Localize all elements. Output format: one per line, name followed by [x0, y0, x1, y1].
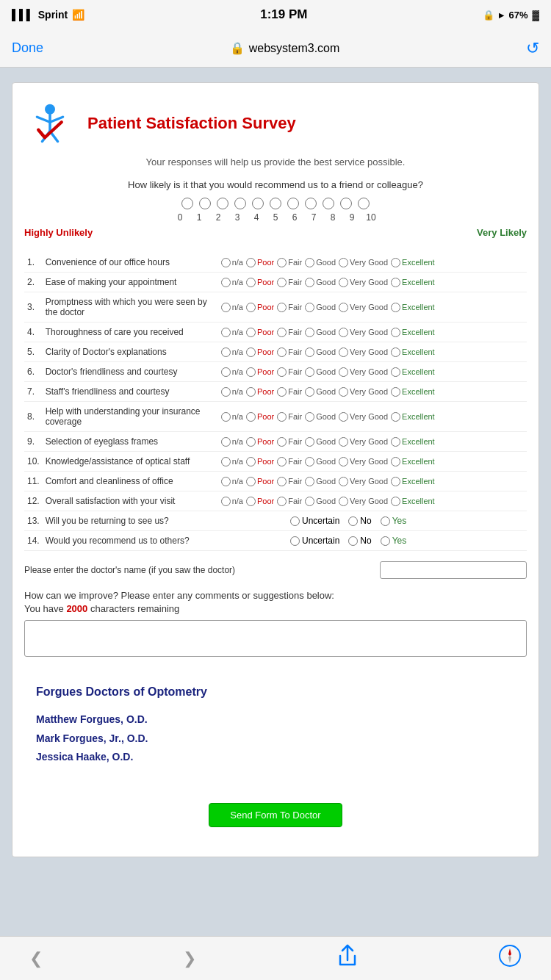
q-verygood-label[interactable]: Very Good — [339, 497, 388, 506]
back-button[interactable]: ❮ — [29, 949, 43, 968]
q-fair-label[interactable]: Fair — [277, 278, 302, 287]
q13-no-radio[interactable] — [348, 516, 358, 526]
q-good-radio[interactable] — [305, 497, 314, 506]
q-good-radio[interactable] — [305, 367, 314, 377]
q-na-radio[interactable] — [221, 412, 231, 422]
q-good-radio[interactable] — [305, 328, 314, 337]
q-poor-label[interactable]: Poor — [246, 412, 274, 422]
q-fair-radio[interactable] — [277, 303, 287, 312]
q13-no[interactable]: No — [348, 516, 371, 526]
q-excellent-radio[interactable] — [391, 278, 400, 287]
q-verygood-radio[interactable] — [339, 387, 348, 397]
q-poor-label[interactable]: Poor — [246, 457, 274, 466]
q-poor-label[interactable]: Poor — [246, 387, 274, 397]
scale-radio-4[interactable] — [252, 198, 264, 209]
q-na-label[interactable]: n/a — [221, 278, 243, 287]
q-good-radio[interactable] — [305, 412, 314, 422]
q-good-radio[interactable] — [305, 457, 314, 466]
q-excellent-label[interactable]: Excellent — [391, 387, 435, 397]
q-fair-label[interactable]: Fair — [277, 497, 302, 506]
q-verygood-radio[interactable] — [339, 477, 348, 486]
scale-radio-3[interactable] — [234, 198, 246, 209]
q-good-label[interactable]: Good — [305, 437, 336, 447]
share-button[interactable] — [337, 944, 358, 973]
q-verygood-label[interactable]: Very Good — [339, 258, 388, 267]
q-excellent-label[interactable]: Excellent — [391, 437, 435, 447]
q-good-radio[interactable] — [305, 437, 314, 447]
q-poor-label[interactable]: Poor — [246, 477, 274, 486]
q-poor-label[interactable]: Poor — [246, 328, 274, 337]
q-verygood-radio[interactable] — [339, 367, 348, 377]
q-na-radio[interactable] — [221, 477, 231, 486]
q-excellent-label[interactable]: Excellent — [391, 328, 435, 337]
q-fair-radio[interactable] — [277, 367, 287, 377]
q-verygood-label[interactable]: Very Good — [339, 457, 388, 466]
q-excellent-label[interactable]: Excellent — [391, 367, 435, 377]
q-verygood-label[interactable]: Very Good — [339, 477, 388, 486]
done-button[interactable]: Done — [12, 40, 43, 56]
q-fair-radio[interactable] — [277, 457, 287, 466]
q-na-radio[interactable] — [221, 258, 231, 267]
q-verygood-radio[interactable] — [339, 303, 348, 312]
q-fair-label[interactable]: Fair — [277, 412, 302, 422]
q13-yes-radio[interactable] — [381, 516, 390, 526]
q-na-radio[interactable] — [221, 278, 231, 287]
q-poor-radio[interactable] — [246, 387, 256, 397]
q-na-label[interactable]: n/a — [221, 497, 243, 506]
q-good-label[interactable]: Good — [305, 477, 336, 486]
q-good-label[interactable]: Good — [305, 367, 336, 377]
q-verygood-radio[interactable] — [339, 278, 348, 287]
q-verygood-label[interactable]: Very Good — [339, 347, 388, 357]
q14-no-radio[interactable] — [348, 536, 358, 546]
scale-radio-7[interactable] — [305, 198, 317, 209]
scale-radio-1[interactable] — [199, 198, 211, 209]
q-verygood-radio[interactable] — [339, 328, 348, 337]
refresh-button[interactable]: ↺ — [526, 39, 539, 58]
q-good-label[interactable]: Good — [305, 347, 336, 357]
q-poor-label[interactable]: Poor — [246, 347, 274, 357]
q-good-radio[interactable] — [305, 303, 314, 312]
q-na-label[interactable]: n/a — [221, 437, 243, 447]
q-fair-label[interactable]: Fair — [277, 387, 302, 397]
submit-button[interactable]: Send Form To Doctor — [209, 803, 342, 827]
q-good-radio[interactable] — [305, 347, 314, 357]
q-verygood-label[interactable]: Very Good — [339, 412, 388, 422]
q-na-label[interactable]: n/a — [221, 477, 243, 486]
q-excellent-label[interactable]: Excellent — [391, 347, 435, 357]
q-fair-label[interactable]: Fair — [277, 328, 302, 337]
q-na-radio[interactable] — [221, 367, 231, 377]
q-poor-radio[interactable] — [246, 477, 256, 486]
q-fair-radio[interactable] — [277, 437, 287, 447]
q-verygood-label[interactable]: Very Good — [339, 437, 388, 447]
q-good-radio[interactable] — [305, 258, 314, 267]
q-excellent-label[interactable]: Excellent — [391, 477, 435, 486]
q-fair-radio[interactable] — [277, 258, 287, 267]
q-na-radio[interactable] — [221, 497, 231, 506]
q-poor-radio[interactable] — [246, 278, 256, 287]
comments-textarea[interactable] — [24, 620, 527, 657]
scale-radio-5[interactable] — [270, 198, 281, 209]
q-poor-label[interactable]: Poor — [246, 437, 274, 447]
q-excellent-label[interactable]: Excellent — [391, 497, 435, 506]
q-good-radio[interactable] — [305, 387, 314, 397]
q14-yes[interactable]: Yes — [381, 536, 407, 546]
q-excellent-label[interactable]: Excellent — [391, 278, 435, 287]
q-na-radio[interactable] — [221, 328, 231, 337]
q-na-label[interactable]: n/a — [221, 387, 243, 397]
url-bar[interactable]: 🔒 websystem3.com — [230, 41, 340, 55]
q-verygood-label[interactable]: Very Good — [339, 278, 388, 287]
q-poor-label[interactable]: Poor — [246, 303, 274, 312]
q-excellent-radio[interactable] — [391, 328, 400, 337]
scale-radio-8[interactable] — [323, 198, 334, 209]
q-poor-radio[interactable] — [246, 303, 256, 312]
q-na-label[interactable]: n/a — [221, 328, 243, 337]
q-poor-label[interactable]: Poor — [246, 258, 274, 267]
scale-radio-0[interactable] — [181, 198, 193, 209]
q-good-label[interactable]: Good — [305, 328, 336, 337]
q-na-label[interactable]: n/a — [221, 367, 243, 377]
scale-radio-9[interactable] — [340, 198, 352, 209]
scale-radio-2[interactable] — [217, 198, 228, 209]
q-excellent-radio[interactable] — [391, 367, 400, 377]
q-excellent-label[interactable]: Excellent — [391, 412, 435, 422]
q-excellent-radio[interactable] — [391, 497, 400, 506]
